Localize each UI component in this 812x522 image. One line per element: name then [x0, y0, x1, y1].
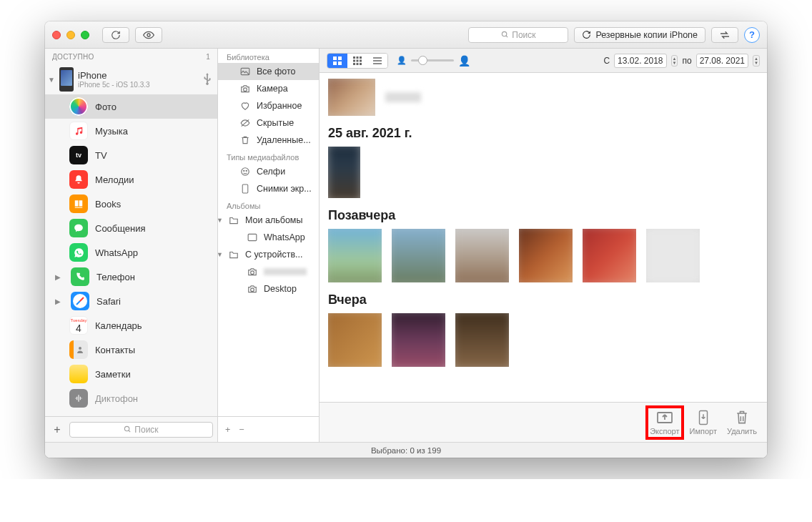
- library-item-my-albums[interactable]: ▼ Мои альбомы: [218, 212, 319, 229]
- date-from-input[interactable]: 13.02. 2018: [614, 54, 666, 68]
- library-item-camera[interactable]: Камера: [218, 80, 319, 97]
- toolbar-search-input[interactable]: Поиск: [468, 27, 568, 43]
- refresh-icon: [582, 30, 591, 39]
- sidebar-item-tv[interactable]: tv TV: [45, 143, 217, 167]
- bell-icon: [69, 170, 88, 189]
- sidebar-item-music[interactable]: Музыка: [45, 119, 217, 143]
- close-window-button[interactable]: [52, 31, 61, 39]
- sidebar-item-safari[interactable]: ▶ Safari: [45, 289, 217, 313]
- library-item-whatsapp-album[interactable]: WhatsApp: [218, 229, 319, 246]
- backup-button-label: Резервные копии iPhone: [595, 30, 698, 40]
- backup-button[interactable]: Резервные копии iPhone: [574, 27, 705, 43]
- export-button[interactable]: Экспорт: [650, 410, 679, 435]
- sidebar-item-notes[interactable]: Заметки: [45, 362, 217, 386]
- help-button[interactable]: ?: [744, 27, 760, 43]
- contacts-icon: [69, 340, 88, 359]
- album-icon: [247, 232, 258, 242]
- date-to-stepper[interactable]: ▲▼: [753, 55, 760, 67]
- sidebar-search-input[interactable]: Поиск: [69, 422, 213, 438]
- library-item-label: Мои альбомы: [245, 215, 302, 225]
- sidebar-item-label: Заметки: [95, 369, 131, 380]
- thumbnail-size-slider[interactable]: 👤 👤: [397, 55, 470, 67]
- add-album-button[interactable]: +: [225, 425, 230, 435]
- refresh-button[interactable]: [102, 27, 129, 43]
- sidebar-item-contacts[interactable]: Контакты: [45, 338, 217, 362]
- svg-rect-17: [338, 56, 342, 60]
- svg-rect-12: [242, 184, 248, 193]
- view-small-grid-button[interactable]: [347, 54, 367, 68]
- selfie-icon: [239, 167, 251, 177]
- photos-icon: [69, 97, 88, 116]
- calendar-day: 4: [76, 323, 81, 333]
- date-from-stepper[interactable]: ▲▼: [671, 55, 678, 67]
- photo-thumbnail[interactable]: [328, 79, 375, 116]
- sidebar-item-phone[interactable]: ▶ Телефон: [45, 265, 217, 289]
- photo-thumbnail[interactable]: [392, 313, 445, 367]
- view-grid-button[interactable]: [327, 54, 347, 68]
- remove-album-button[interactable]: −: [239, 425, 244, 435]
- sidebar-item-whatsapp[interactable]: WhatsApp: [45, 240, 217, 265]
- library-footer: + −: [218, 416, 319, 442]
- library-item-label: Камера: [257, 84, 288, 94]
- svg-rect-19: [338, 61, 342, 65]
- photo-thumbnail[interactable]: [519, 229, 573, 282]
- sidebar-item-messages[interactable]: Сообщения: [45, 216, 217, 240]
- photo-thumbnail[interactable]: [328, 229, 382, 282]
- svg-point-15: [251, 288, 254, 292]
- sidebar-item-label: Books: [95, 199, 121, 210]
- date-to-input[interactable]: 27.08. 2021: [696, 54, 748, 68]
- preview-button[interactable]: [135, 27, 162, 43]
- library-item-desktop[interactable]: Desktop: [218, 280, 319, 297]
- photo-thumbnail[interactable]: [646, 229, 700, 282]
- trash-icon: [239, 135, 251, 145]
- library-item-label: Удаленные...: [257, 135, 311, 145]
- import-button[interactable]: Импорт: [690, 410, 717, 435]
- delete-button[interactable]: Удалить: [727, 410, 757, 435]
- transfer-button[interactable]: [711, 27, 738, 43]
- device-icon: [239, 184, 251, 194]
- photo-thumbnail[interactable]: [455, 229, 509, 282]
- titlebar: Поиск Резервные копии iPhone ?: [45, 21, 767, 49]
- sidebar-item-photos[interactable]: Фото: [45, 94, 217, 119]
- svg-rect-24: [357, 59, 359, 61]
- sidebar-item-voicememo[interactable]: Диктофон: [45, 386, 217, 410]
- photo-thumbnail[interactable]: [328, 313, 382, 367]
- sidebar-item-ringtones[interactable]: Мелодии: [45, 167, 217, 192]
- svg-line-5: [129, 430, 130, 432]
- svg-rect-21: [357, 56, 359, 59]
- export-label: Экспорт: [650, 427, 679, 435]
- photo-thumbnail[interactable]: [392, 229, 445, 282]
- phone-icon: [71, 267, 89, 286]
- svg-rect-16: [333, 56, 337, 60]
- svg-rect-25: [360, 59, 362, 61]
- status-bar: Выбрано: 0 из 199: [45, 442, 767, 458]
- library-item-hidden[interactable]: Скрытые: [218, 114, 319, 132]
- person-large-icon: 👤: [458, 55, 470, 67]
- library-item-favorites[interactable]: Избранное: [218, 97, 319, 114]
- eye-off-icon: [239, 118, 251, 128]
- photo-thumbnail[interactable]: [328, 147, 360, 198]
- blurred-label: [264, 268, 307, 275]
- device-row[interactable]: ▼ iPhone iPhone 5c - iOS 10.3.3: [45, 64, 217, 94]
- photo-thumbnail[interactable]: [583, 229, 636, 282]
- library-item-selfies[interactable]: Селфи: [218, 163, 319, 180]
- library-item-screenshots[interactable]: Снимки экр...: [218, 180, 319, 197]
- svg-rect-20: [353, 56, 355, 59]
- photo-thumbnail[interactable]: [455, 313, 509, 367]
- svg-rect-23: [353, 59, 355, 61]
- view-mode-segment: [327, 53, 388, 69]
- albums-section-header: Альбомы: [218, 197, 319, 212]
- library-item-deleted[interactable]: Удаленные...: [218, 132, 319, 149]
- library-item-hidden-album[interactable]: [218, 263, 319, 280]
- zoom-window-button[interactable]: [81, 31, 89, 39]
- sidebar-item-calendar[interactable]: Tuesday 4 Календарь: [45, 313, 217, 338]
- sidebar-item-books[interactable]: Books: [45, 192, 217, 216]
- chevron-down-icon: ▼: [218, 251, 222, 258]
- view-list-button[interactable]: [367, 54, 387, 68]
- library-item-all-photos[interactable]: Все фото: [218, 63, 319, 80]
- sidebar-section-count: 1: [206, 53, 210, 61]
- sidebar-item-label: Safari: [96, 296, 121, 307]
- add-button[interactable]: +: [49, 423, 65, 436]
- minimize-window-button[interactable]: [66, 31, 75, 39]
- library-item-from-devices[interactable]: ▼ С устройств...: [218, 246, 319, 263]
